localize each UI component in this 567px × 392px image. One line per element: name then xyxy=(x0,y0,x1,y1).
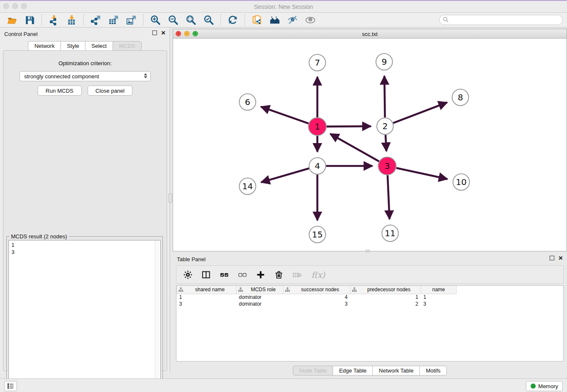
delete-table-icon xyxy=(292,270,302,279)
delete-entry-button[interactable] xyxy=(273,269,284,280)
deselect-all-checks-button[interactable] xyxy=(237,269,248,280)
network-view-titlebar[interactable]: × − + scc.txt xyxy=(173,29,567,39)
table-row[interactable]: 1dominator411 xyxy=(177,294,457,301)
close-panel-icon[interactable]: × xyxy=(161,30,165,35)
edge-3-11[interactable] xyxy=(388,175,390,219)
edge-2-8[interactable] xyxy=(393,102,447,123)
network-graph: 7968124314101511 xyxy=(173,39,567,251)
zoom-fit-button[interactable] xyxy=(183,14,198,26)
column-header-MCDS-role[interactable]: MCDS role xyxy=(237,286,284,294)
table-cell[interactable]: dominator xyxy=(237,294,284,301)
refresh-view-icon xyxy=(228,15,238,25)
toolbar-separator xyxy=(83,14,84,25)
edge-4-14[interactable] xyxy=(261,168,309,182)
optimization-criterion-value: strongly connected component xyxy=(24,73,99,80)
edge-2-3[interactable] xyxy=(385,135,386,151)
tab-style[interactable]: Style xyxy=(61,41,85,51)
memory-button[interactable]: Memory xyxy=(526,381,563,391)
edge-3-10[interactable] xyxy=(396,168,447,179)
edge-2-9[interactable] xyxy=(384,76,385,117)
column-header-predecessor-nodes[interactable]: predecessor nodes xyxy=(350,286,421,294)
table-toolbar: f(x) xyxy=(176,265,564,284)
result-scrollbar[interactable] xyxy=(155,240,160,392)
table-tab-edge-table[interactable]: Edge Table xyxy=(333,366,372,375)
application-window: Session: New Session Control Panel × Net… xyxy=(0,0,567,392)
network-canvas[interactable]: 7968124314101511 xyxy=(173,39,567,251)
mcds-result-title: MCDS result (2 nodes) xyxy=(9,233,69,240)
export-image-button[interactable] xyxy=(124,14,139,26)
table-settings-button[interactable] xyxy=(182,269,193,280)
table-cell[interactable]: 4 xyxy=(284,294,350,301)
graph-node-label-8: 8 xyxy=(458,92,463,102)
save-session-button[interactable] xyxy=(22,14,37,26)
table-cell[interactable]: 1 xyxy=(421,294,457,301)
table-cell[interactable]: 3 xyxy=(284,301,350,307)
table-panel: Table Panel × f(x) shared nameMCDS roles… xyxy=(173,253,567,377)
select-stepper-icon xyxy=(144,73,147,78)
table-cell[interactable]: 2 xyxy=(350,301,421,307)
mcds-result-groupbox: MCDS result (2 nodes) 13 xyxy=(6,236,163,392)
control-panel-tabs: NetworkStyleSelectMCDS xyxy=(28,41,141,51)
function-builder-icon: f(x) xyxy=(311,270,325,279)
table-cell[interactable]: 1 xyxy=(177,294,237,301)
graph-node-label-15: 15 xyxy=(312,229,322,240)
table-tab-network-table[interactable]: Network Table xyxy=(372,366,419,375)
hide-selected-button[interactable] xyxy=(285,14,300,26)
table-tab-motifs[interactable]: Motifs xyxy=(419,366,447,375)
edge-1-2[interactable] xyxy=(327,126,371,127)
toggle-columns-icon xyxy=(201,270,211,279)
first-neighbors-button[interactable] xyxy=(267,14,282,26)
search-icon xyxy=(443,17,449,23)
toggle-columns-button[interactable] xyxy=(201,269,212,280)
graph-node-label-2: 2 xyxy=(383,121,388,131)
edge-1-6[interactable] xyxy=(261,107,309,124)
float-panel-icon[interactable] xyxy=(152,30,157,35)
mcds-result-item: 3 xyxy=(11,248,160,256)
table-cell[interactable]: 3 xyxy=(421,301,457,307)
edge-3-1[interactable] xyxy=(330,134,379,161)
import-network-button[interactable] xyxy=(46,14,61,26)
table-cell[interactable]: dominator xyxy=(237,301,284,307)
export-network-icon xyxy=(91,15,101,25)
tab-network[interactable]: Network xyxy=(28,41,61,51)
mcds-result-list[interactable]: 13 xyxy=(8,240,161,392)
open-session-button[interactable] xyxy=(4,14,19,26)
zoom-selected-button[interactable] xyxy=(201,14,216,26)
table-row[interactable]: 3dominator323 xyxy=(177,301,457,307)
zoom-out-button[interactable] xyxy=(165,14,181,26)
export-table-button[interactable] xyxy=(106,14,121,26)
show-all-button[interactable] xyxy=(303,14,318,26)
column-header-name[interactable]: name xyxy=(421,286,457,294)
function-builder-button: f(x) xyxy=(310,269,327,280)
mcds-result-item: 1 xyxy=(11,241,160,248)
import-table-button[interactable] xyxy=(64,14,79,26)
table-tab-node-table[interactable]: Node Table xyxy=(293,366,333,375)
tab-mcds[interactable]: MCDS xyxy=(113,41,141,51)
run-mcds-button[interactable]: Run MCDS xyxy=(38,86,82,96)
column-header-successor-nodes[interactable]: successor nodes xyxy=(284,286,350,294)
vertical-splitter-handle[interactable] xyxy=(168,193,172,203)
new-network-from-selection-button[interactable] xyxy=(249,14,264,26)
table-tabs: Node TableEdge TableNetwork TableMotifs xyxy=(293,366,447,375)
close-table-panel-icon[interactable]: × xyxy=(559,256,563,260)
horizontal-splitter-handle[interactable] xyxy=(366,250,370,252)
column-tree-icon xyxy=(352,287,357,292)
export-network-button[interactable] xyxy=(88,14,103,26)
delete-entry-icon xyxy=(274,270,284,279)
first-neighbors-icon xyxy=(270,15,280,25)
optimization-criterion-select[interactable]: strongly connected component xyxy=(19,71,151,81)
graph-node-label-14: 14 xyxy=(242,181,253,191)
close-panel-button[interactable]: Close panel xyxy=(88,86,133,96)
task-history-button[interactable] xyxy=(4,381,17,391)
search-input[interactable] xyxy=(439,15,563,25)
column-header-shared-name[interactable]: shared name xyxy=(177,286,237,294)
tab-select[interactable]: Select xyxy=(85,41,113,51)
add-entry-button[interactable] xyxy=(255,269,266,280)
refresh-view-button[interactable] xyxy=(225,14,240,26)
float-table-panel-icon[interactable] xyxy=(550,256,554,260)
toolbar-separator xyxy=(143,14,143,25)
table-cell[interactable]: 3 xyxy=(177,301,237,307)
zoom-in-button[interactable] xyxy=(148,14,163,26)
select-all-checks-button[interactable] xyxy=(219,269,230,280)
table-cell[interactable]: 1 xyxy=(350,294,421,301)
